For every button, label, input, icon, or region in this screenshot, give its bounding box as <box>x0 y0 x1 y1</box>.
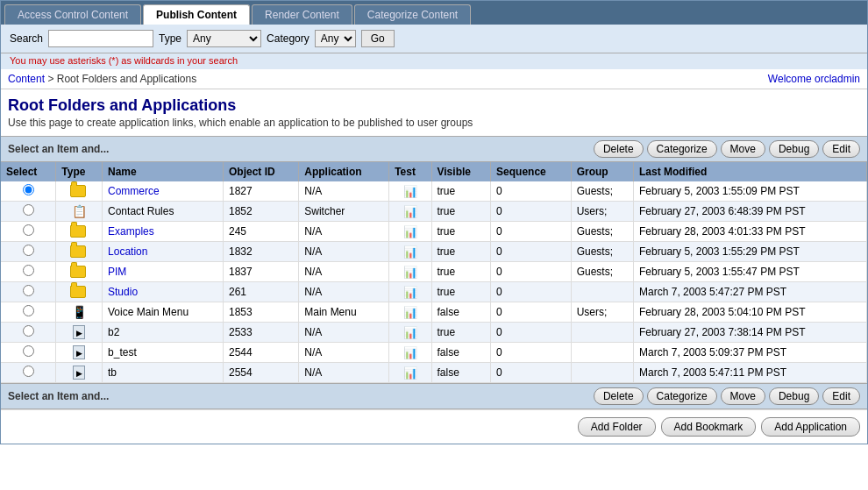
row-visible-cell: false <box>431 343 491 363</box>
row-radio[interactable] <box>23 184 34 195</box>
app2-icon: ▶ <box>73 325 85 339</box>
table-row: 📋Contact Rules1852Switcher📊true0Users;Fe… <box>1 202 867 222</box>
row-select-cell <box>1 323 56 343</box>
toolbar-select-label: Select an Item and... <box>8 143 109 155</box>
row-name-cell: Location <box>103 242 224 262</box>
tab-categorize-content[interactable]: Categorize Content <box>354 4 471 25</box>
folder-icon <box>70 266 86 278</box>
row-radio[interactable] <box>23 366 34 377</box>
row-name-cell: Commerce <box>103 181 224 202</box>
folder-icon <box>70 225 86 238</box>
test-icon[interactable]: 📊 <box>403 245 417 259</box>
row-last-modified-cell: February 5, 2003 1:55:47 PM PST <box>634 262 867 282</box>
test-icon[interactable]: 📊 <box>403 346 417 359</box>
row-name-cell: PIM <box>103 262 224 282</box>
test-icon[interactable]: 📊 <box>403 225 417 238</box>
tab-publish-content[interactable]: Publish Content <box>143 4 250 25</box>
row-object-id-cell: 1837 <box>224 262 299 282</box>
go-button[interactable]: Go <box>361 30 395 47</box>
row-type-cell <box>56 262 103 282</box>
tab-render-content[interactable]: Render Content <box>252 4 352 25</box>
row-name-cell: tb <box>103 363 224 383</box>
row-radio[interactable] <box>23 204 34 216</box>
categorize-button[interactable]: Categorize <box>647 140 717 158</box>
row-name-link[interactable]: Location <box>108 245 147 258</box>
test-icon[interactable]: 📊 <box>403 185 417 198</box>
bottom-delete-button[interactable]: Delete <box>594 387 644 405</box>
row-radio[interactable] <box>23 224 34 236</box>
row-radio[interactable] <box>23 305 34 316</box>
row-application-cell: N/A <box>299 343 389 363</box>
breadcrumb-content-link[interactable]: Content <box>8 73 45 85</box>
folder-icon <box>70 185 86 197</box>
bottom-edit-button[interactable]: Edit <box>822 387 860 405</box>
test-icon[interactable]: 📊 <box>403 306 417 319</box>
row-select-cell <box>1 363 56 383</box>
type-select[interactable]: Any Folder Application Bookmark <box>187 30 261 47</box>
category-select[interactable]: Any <box>315 30 356 47</box>
test-icon[interactable]: 📊 <box>403 205 417 218</box>
row-radio[interactable] <box>23 245 34 256</box>
row-name-link[interactable]: Commerce <box>108 185 160 197</box>
row-type-cell <box>56 242 103 262</box>
row-radio[interactable] <box>23 325 34 337</box>
col-name: Name <box>103 162 224 181</box>
row-application-cell: N/A <box>299 242 389 262</box>
search-label: Search <box>10 32 43 45</box>
row-object-id-cell: 245 <box>224 222 299 242</box>
top-toolbar: Select an Item and... Delete Categorize … <box>1 136 867 162</box>
row-test-cell: 📊 <box>389 262 431 282</box>
add-application-button[interactable]: Add Application <box>761 417 860 437</box>
row-radio[interactable] <box>23 345 34 357</box>
row-name-cell: Studio <box>103 282 224 302</box>
row-application-cell: N/A <box>299 181 389 202</box>
bottom-categorize-button[interactable]: Categorize <box>647 387 717 405</box>
row-name-cell: Voice Main Menu <box>103 302 224 323</box>
row-radio[interactable] <box>23 285 34 296</box>
app-icon: 📱 <box>72 305 87 319</box>
table-row: Commerce1827N/A📊true0Guests;February 5, … <box>1 181 867 202</box>
row-object-id-cell: 1852 <box>224 202 299 222</box>
move-button[interactable]: Move <box>721 140 765 158</box>
row-type-cell: ▶ <box>56 363 103 383</box>
tab-access-control[interactable]: Access Control Content <box>4 4 141 25</box>
row-select-cell <box>1 202 56 222</box>
row-application-cell: Main Menu <box>299 302 389 323</box>
table-row: Studio261N/A📊true0March 7, 2003 5:47:27 … <box>1 282 867 302</box>
row-test-cell: 📊 <box>389 363 431 383</box>
row-visible-cell: true <box>431 262 491 282</box>
row-name-link[interactable]: Studio <box>108 286 138 298</box>
row-group-cell <box>571 282 633 302</box>
row-radio[interactable] <box>23 265 34 276</box>
row-sequence-cell: 0 <box>491 222 572 242</box>
row-select-cell <box>1 302 56 323</box>
add-bookmark-button[interactable]: Add Bookmark <box>661 417 757 437</box>
search-input[interactable] <box>48 30 153 47</box>
row-application-cell: Switcher <box>299 202 389 222</box>
row-type-cell <box>56 181 103 202</box>
welcome-text: Welcome orcladmin <box>768 73 860 85</box>
test-icon[interactable]: 📊 <box>403 286 417 299</box>
bottom-move-button[interactable]: Move <box>721 387 765 405</box>
row-name-cell: Examples <box>103 222 224 242</box>
test-icon[interactable]: 📊 <box>403 366 417 380</box>
items-table: Select Type Name Object ID Application T… <box>1 162 867 383</box>
row-name-link[interactable]: PIM <box>108 266 126 278</box>
row-group-cell: Guests; <box>571 181 633 202</box>
bottom-debug-button[interactable]: Debug <box>769 387 819 405</box>
row-select-cell <box>1 222 56 242</box>
row-name-link[interactable]: Examples <box>108 225 154 238</box>
test-icon[interactable]: 📊 <box>403 326 417 339</box>
bottom-toolbar: Select an Item and... Delete Categorize … <box>1 383 867 409</box>
edit-button[interactable]: Edit <box>822 140 860 158</box>
debug-button[interactable]: Debug <box>769 140 819 158</box>
table-row: ▶b22533N/A📊true0February 27, 2003 7:38:1… <box>1 323 867 343</box>
col-visible: Visible <box>431 162 491 181</box>
col-sequence: Sequence <box>491 162 572 181</box>
test-icon[interactable]: 📊 <box>403 266 417 279</box>
delete-button[interactable]: Delete <box>594 140 644 158</box>
add-folder-button[interactable]: Add Folder <box>578 417 656 437</box>
row-group-cell: Users; <box>571 202 633 222</box>
row-test-cell: 📊 <box>389 222 431 242</box>
row-test-cell: 📊 <box>389 323 431 343</box>
